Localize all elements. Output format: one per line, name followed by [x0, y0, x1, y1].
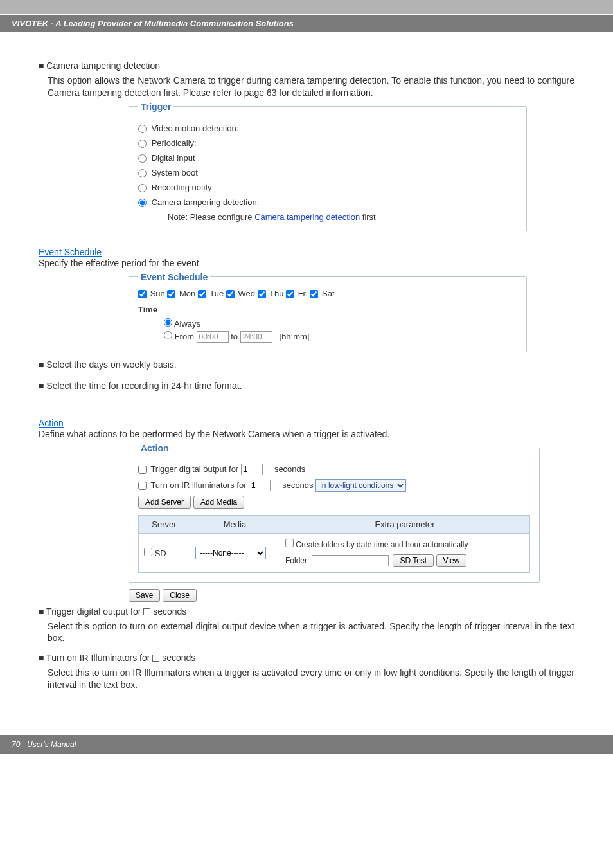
- schedule-bullet-2-text: Select the time for recording in 24-hr t…: [46, 381, 242, 391]
- table-row: SD -----None----- Create folders by date…: [139, 533, 530, 572]
- add-media-button[interactable]: Add Media: [193, 496, 244, 509]
- label-hhmm: [hh:mm]: [280, 332, 310, 341]
- event-schedule-heading: Event Schedule: [39, 247, 102, 257]
- chk-thu[interactable]: [258, 290, 266, 298]
- th-extra: Extra parameter: [280, 515, 530, 533]
- radio-always[interactable]: [164, 318, 172, 327]
- save-button[interactable]: Save: [129, 589, 160, 602]
- lbl-trigger-output: Trigger digital output for: [150, 464, 238, 474]
- radio-recording-notify[interactable]: [138, 184, 147, 192]
- radio-periodically[interactable]: [138, 140, 147, 148]
- chk-fri[interactable]: [286, 290, 294, 298]
- select-media[interactable]: -----None-----: [195, 547, 266, 559]
- schedule-bullet-1-text: Select the days on weekly basis.: [46, 359, 176, 370]
- label-digital-input: Digital input: [152, 153, 195, 163]
- input-folder[interactable]: [312, 555, 389, 566]
- lbl-fri: Fri: [298, 289, 308, 298]
- schedule-legend: Event Schedule: [138, 272, 210, 282]
- note-link[interactable]: Camera tampering detection: [254, 212, 360, 222]
- bullet: ■: [39, 60, 44, 71]
- lbl-ir: Turn on IR illuminators for: [150, 480, 246, 490]
- schedule-bullet-1: ■ Select the days on weekly basis.: [39, 359, 574, 371]
- chk-tue[interactable]: [198, 290, 206, 298]
- lbl-wed: Wed: [238, 289, 256, 298]
- post-t2-suffix: seconds: [159, 653, 195, 663]
- tampering-section: ■ Camera tampering detection This option…: [39, 60, 574, 99]
- lbl-mon: Mon: [179, 289, 195, 298]
- post-t1-title: Trigger digital output for: [46, 606, 143, 617]
- sd-test-button[interactable]: SD Test: [393, 554, 434, 567]
- doc-header: VIVOTEK - A Leading Provider of Multimed…: [0, 14, 613, 33]
- label-video-motion: Video motion detection:: [152, 123, 239, 133]
- chk-create-folders[interactable]: [285, 539, 294, 547]
- lbl-sd: SD: [155, 548, 166, 558]
- schedule-fieldset: Event Schedule Sun Mon Tue Wed Thu Fri S…: [129, 272, 527, 352]
- lbl-tue: Tue: [209, 289, 224, 298]
- label-system-boot: System boot: [152, 168, 198, 177]
- post-ir-title-row: ■ Turn on IR Illuminators for seconds: [39, 652, 574, 664]
- label-camera-tampering: Camera tampering detection:: [152, 197, 260, 207]
- input-ir-sec[interactable]: [249, 480, 271, 491]
- th-media: Media: [190, 515, 280, 533]
- tampering-body: This option allows the Network Camera to…: [48, 75, 574, 99]
- trigger-legend: Trigger: [138, 102, 173, 112]
- close-button[interactable]: Close: [163, 589, 197, 602]
- action-fieldset: Action Trigger digital output for second…: [129, 443, 540, 583]
- lbl-create-folders: Create folders by date time and hour aut…: [296, 540, 468, 549]
- lbl-seconds-2: seconds: [282, 480, 313, 490]
- page-content: ■ Camera tampering detection This option…: [0, 33, 613, 709]
- radio-system-boot[interactable]: [138, 169, 147, 177]
- radio-video-motion[interactable]: [138, 125, 147, 133]
- action-caption: Define what actions to be performed by t…: [39, 428, 574, 440]
- lbl-sat: Sat: [322, 289, 335, 298]
- days-row: Sun Mon Tue Wed Thu Fri Sat: [138, 289, 517, 298]
- label-periodically: Periodically:: [152, 138, 197, 148]
- checkbox-glyph-1: [143, 608, 150, 615]
- chk-mon[interactable]: [167, 290, 175, 298]
- note-prefix: Note: Please configure: [168, 212, 254, 222]
- input-from-time[interactable]: [197, 331, 229, 343]
- top-gray-bar: [0, 0, 613, 14]
- doc-footer: 70 - User's Manual: [0, 735, 613, 754]
- view-button[interactable]: View: [436, 554, 467, 567]
- label-always: Always: [174, 319, 200, 329]
- checkbox-glyph-2: [152, 655, 159, 662]
- label-recording-notify: Recording notify: [152, 183, 212, 192]
- action-legend: Action: [138, 443, 172, 453]
- chk-ir[interactable]: [138, 482, 147, 490]
- event-schedule-caption: Specify the effective period for the eve…: [39, 257, 574, 269]
- tampering-title: Camera tampering detection: [46, 60, 160, 71]
- input-to-time[interactable]: [240, 331, 272, 343]
- post-t2-body: Select this to turn on IR Illuminators w…: [48, 667, 574, 691]
- schedule-bullet-2: ■ Select the time for recording in 24-hr…: [39, 380, 574, 392]
- trigger-fieldset: Trigger Video motion detection: Periodic…: [129, 102, 527, 231]
- lbl-seconds-1: seconds: [274, 464, 305, 474]
- radio-from[interactable]: [164, 331, 172, 339]
- th-server: Server: [139, 515, 190, 533]
- select-ir-condition[interactable]: in low-light conditions: [315, 479, 406, 492]
- post-t2-title: Turn on IR Illuminators for: [46, 653, 152, 663]
- chk-trigger-output[interactable]: [138, 466, 147, 474]
- post-t1-suffix: seconds: [150, 606, 186, 617]
- post-trigger-title-row: ■ Trigger digital output for seconds: [39, 606, 574, 618]
- note-suffix: first: [360, 212, 376, 222]
- chk-sat[interactable]: [310, 290, 318, 298]
- label-from: From: [175, 332, 194, 341]
- label-to: to: [231, 332, 238, 341]
- radio-camera-tampering[interactable]: [138, 199, 147, 207]
- add-server-button[interactable]: Add Server: [138, 496, 191, 509]
- action-table: Server Media Extra parameter SD -----Non…: [138, 515, 530, 573]
- time-label: Time: [138, 305, 517, 314]
- lbl-thu: Thu: [269, 289, 283, 298]
- lbl-folder: Folder:: [285, 556, 309, 565]
- chk-sun[interactable]: [138, 290, 147, 298]
- lbl-sun: Sun: [150, 289, 165, 298]
- radio-digital-input[interactable]: [138, 154, 147, 163]
- chk-wed[interactable]: [226, 290, 235, 298]
- chk-sd[interactable]: [144, 548, 152, 556]
- action-heading: Action: [39, 418, 64, 428]
- post-t1-body: Select this option to turn on external d…: [48, 620, 574, 645]
- trigger-note: Note: Please configure Camera tampering …: [168, 212, 517, 222]
- input-trigger-output-sec[interactable]: [241, 464, 263, 475]
